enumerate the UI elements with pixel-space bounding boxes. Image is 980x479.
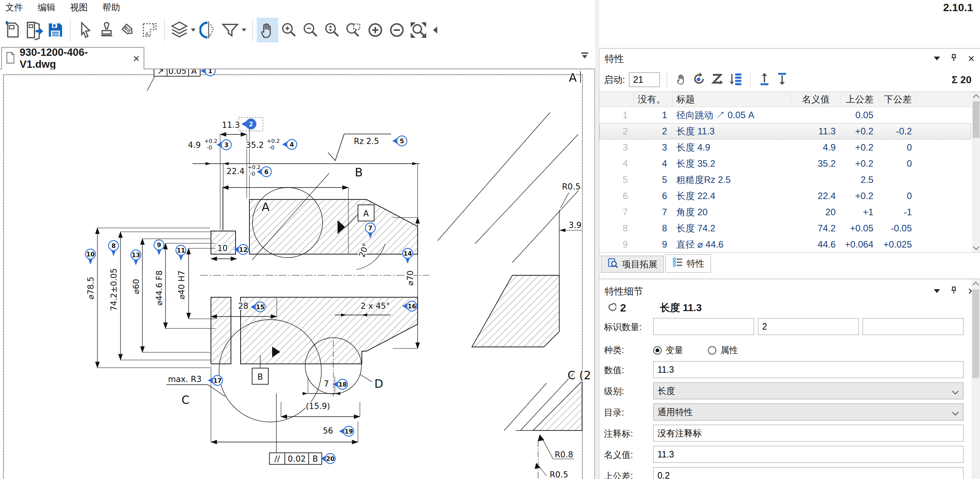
table-cell[interactable]: -1 xyxy=(879,204,917,220)
table-row[interactable]: 66长度 22.422.4+0.20 xyxy=(599,188,971,204)
balloon-11[interactable]: 11 xyxy=(176,245,186,261)
table-cell[interactable]: 5 xyxy=(634,172,672,188)
table-cell[interactable]: 0 xyxy=(879,188,917,204)
tabstrip-menu-icon[interactable] xyxy=(580,52,590,62)
dim-r0-8[interactable]: R0.8 xyxy=(555,450,573,459)
datum-a-label[interactable]: A xyxy=(363,209,369,218)
scroll-up-icon[interactable] xyxy=(973,94,980,101)
dim-56[interactable]: 56 xyxy=(323,426,333,435)
import-up-icon[interactable] xyxy=(758,72,771,87)
value-input[interactable] xyxy=(653,361,963,378)
table-cell[interactable] xyxy=(791,107,841,123)
table-cell[interactable] xyxy=(917,188,971,204)
panel-close-icon[interactable]: × xyxy=(968,53,975,64)
menu-view[interactable]: 视图 xyxy=(70,2,88,13)
table-cell[interactable]: 35.2 xyxy=(791,156,841,172)
balloon-3[interactable]: 3 xyxy=(217,140,231,150)
table-cell[interactable]: +1 xyxy=(841,204,879,220)
drawing-canvas[interactable]: ↗ 0.05 A 11.3 4.9 +0.2 -0 35.2 +0.2 -0 2… xyxy=(0,69,595,479)
table-cell[interactable]: +0.2 xyxy=(841,156,879,172)
dim-35-2[interactable]: 35.2 xyxy=(246,141,264,150)
table-cell[interactable]: 11.3 xyxy=(791,123,841,139)
table-cell[interactable]: 长度 4.9 xyxy=(672,139,791,156)
table-cell[interactable]: 长度 22.4 xyxy=(672,188,791,204)
table-scrollbar[interactable] xyxy=(972,92,980,252)
id-quantity-input-2[interactable] xyxy=(758,318,859,335)
pin-icon[interactable] xyxy=(950,54,958,64)
start-number-input[interactable] xyxy=(629,72,660,87)
scrollbar-thumb[interactable] xyxy=(973,101,980,138)
region-capture-button[interactable]: 1A xyxy=(139,18,161,42)
tab-project-expand[interactable]: 项目拓展 xyxy=(601,256,664,273)
table-row[interactable]: 22长度 11.311.3+0.2-0.2 xyxy=(599,123,971,139)
table-cell[interactable]: +0.2 xyxy=(841,123,879,139)
table-cell[interactable]: 0 xyxy=(879,156,917,172)
tag-button[interactable] xyxy=(117,18,139,42)
select-cursor-button[interactable] xyxy=(74,18,96,42)
balloon-5[interactable]: 5 xyxy=(392,136,407,146)
open-document-button[interactable] xyxy=(23,18,45,42)
catalog-select[interactable]: 通用特性 xyxy=(653,404,963,420)
table-cell[interactable]: 20 xyxy=(791,204,841,220)
table-cell[interactable]: 径向跳动 ↗ 0.05 A xyxy=(672,107,791,123)
table-cell[interactable] xyxy=(917,204,971,220)
dim-dia-60[interactable]: ⌀60 xyxy=(132,279,141,294)
table-cell[interactable]: 8 xyxy=(634,220,672,236)
table-cell[interactable]: 9 xyxy=(634,236,672,253)
table-row[interactable]: 99直径 ⌀ 44.644.6+0.064+0.025 xyxy=(599,236,971,253)
table-row[interactable]: 11径向跳动 ↗ 0.05 A0.05 xyxy=(599,107,971,123)
table-cell[interactable]: 长度 11.3 xyxy=(672,123,791,139)
table-cell[interactable]: 6 xyxy=(599,188,634,204)
table-cell[interactable]: 长度 74.2 xyxy=(672,220,791,236)
table-cell[interactable]: 44.6 xyxy=(791,236,841,253)
table-cell[interactable]: 22.4 xyxy=(791,188,841,204)
table-cell[interactable]: 0 xyxy=(879,139,917,156)
table-cell[interactable] xyxy=(917,107,971,123)
z-order-icon[interactable] xyxy=(710,72,725,88)
radio-unselected-icon[interactable] xyxy=(708,346,716,355)
table-cell[interactable]: -0.05 xyxy=(879,220,917,236)
table-row[interactable]: 88长度 74.274.2+0.05-0.05 xyxy=(599,220,971,236)
dim-74-2[interactable]: 74.2±0.05 xyxy=(109,268,119,311)
parallel-tolerance[interactable]: 0.02 xyxy=(288,454,306,464)
tab-characteristics[interactable]: 特性 xyxy=(666,254,711,273)
balloon-2-selected[interactable]: 2 xyxy=(239,117,263,131)
id-quantity-input-1[interactable] xyxy=(653,318,754,335)
dim-r0-5[interactable]: R0.5 xyxy=(562,182,580,191)
parallel-datum-ref[interactable]: B xyxy=(313,454,318,464)
table-cell[interactable]: -0.2 xyxy=(879,123,917,139)
filter-dropdown-caret[interactable] xyxy=(242,28,246,32)
table-cell[interactable]: 3 xyxy=(634,139,672,156)
menu-edit[interactable]: 编辑 xyxy=(38,2,55,13)
table-cell[interactable]: 4 xyxy=(599,156,634,172)
zoom-window-button[interactable] xyxy=(343,18,365,42)
scroll-up-icon[interactable] xyxy=(973,282,979,288)
table-cell[interactable]: +0.2 xyxy=(841,188,879,204)
balloon-4[interactable]: 4 xyxy=(282,139,297,149)
table-cell[interactable] xyxy=(791,172,841,188)
dim-11-3[interactable]: 11.3 xyxy=(222,121,240,130)
document-tab-close-icon[interactable]: × xyxy=(133,53,140,64)
zoom-in-button[interactable] xyxy=(278,18,300,42)
table-cell[interactable]: 角度 20 xyxy=(672,204,791,220)
dim-dia-70[interactable]: ⌀70 xyxy=(406,270,415,285)
runout-symbol[interactable]: ↗ xyxy=(157,69,164,76)
pick-hand-icon[interactable] xyxy=(674,72,688,87)
panel-dropdown-icon[interactable] xyxy=(934,57,940,60)
header-no[interactable]: 没有。 xyxy=(634,92,672,107)
table-cell[interactable]: 7 xyxy=(599,204,634,220)
dim-22-4[interactable]: 22.4 xyxy=(227,167,245,176)
table-cell[interactable] xyxy=(879,107,917,123)
dim-max-r3[interactable]: max. R3 xyxy=(168,375,201,384)
layers-dropdown-caret[interactable] xyxy=(191,28,196,32)
layers-button[interactable] xyxy=(169,18,190,42)
mirror-button[interactable] xyxy=(198,18,219,42)
balloon-8[interactable]: 8 xyxy=(109,241,119,256)
table-cell[interactable]: 粗糙度Rz 2.5 xyxy=(672,172,791,188)
increase-button[interactable] xyxy=(365,18,386,42)
table-cell[interactable]: 2.5 xyxy=(841,172,879,188)
balloon-10[interactable]: 10 xyxy=(85,249,95,265)
table-cell[interactable]: 3 xyxy=(599,139,634,156)
balloon-18[interactable]: 18 xyxy=(333,379,348,389)
details-scrollbar[interactable] xyxy=(972,280,980,479)
